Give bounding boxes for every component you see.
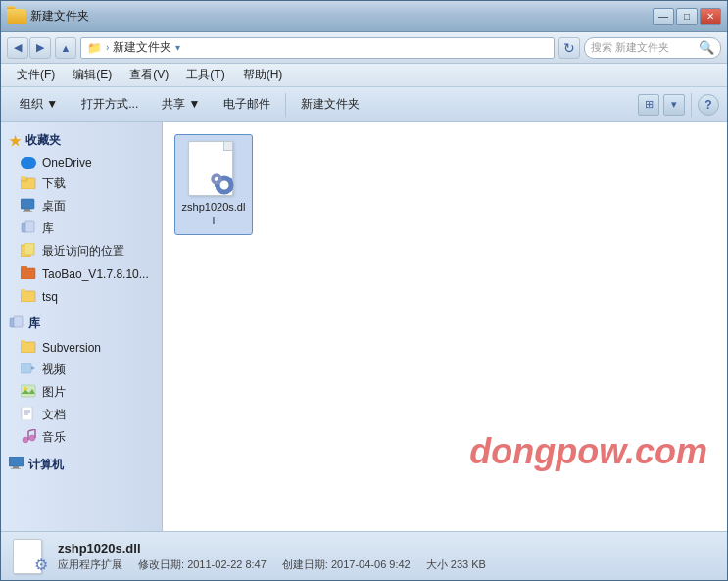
computer-icon (9, 457, 24, 473)
favorites-label: 收藏夹 (25, 132, 61, 149)
breadcrumb-arrow2: ▾ (175, 42, 180, 53)
sidebar-item-music[interactable]: 音乐 (1, 426, 162, 449)
menu-tools[interactable]: 工具(T) (178, 65, 232, 85)
maximize-button[interactable]: □ (676, 8, 698, 25)
library-icon (9, 315, 24, 332)
search-bar[interactable]: 搜索 新建文件夹 🔍 (584, 37, 721, 59)
view-toggle-button[interactable]: ⊞ (638, 94, 659, 116)
lib-label: 库 (42, 220, 54, 237)
search-placeholder: 搜索 新建文件夹 (591, 40, 695, 55)
file-area: zshp1020s.dll dongpow.com (163, 122, 727, 531)
svg-rect-15 (14, 316, 23, 327)
help-button[interactable]: ? (698, 94, 719, 116)
taobao-icon (21, 266, 36, 282)
sidebar-item-desktop[interactable]: 桌面 (1, 195, 162, 218)
status-size: 大小 233 KB (426, 557, 486, 572)
sidebar-item-tsq[interactable]: tsq (1, 285, 162, 308)
refresh-button[interactable]: ↻ (558, 37, 580, 59)
status-info: zshp1020s.dll 应用程序扩展 修改日期: 2011-02-22 8:… (58, 541, 715, 572)
breadcrumb-folder-icon: 📁 (87, 41, 102, 55)
back-button[interactable]: ◀ (7, 37, 28, 59)
file-grid: zshp1020s.dll (174, 134, 715, 235)
sidebar-item-video[interactable]: 视频 (1, 359, 162, 381)
menu-view[interactable]: 查看(V) (121, 65, 176, 85)
recent-icon (21, 243, 36, 260)
sidebar-item-taobao[interactable]: TaoBao_V1.7.8.10... (1, 263, 162, 285)
file-item-dll[interactable]: zshp1020s.dll (174, 134, 253, 235)
email-button[interactable]: 电子邮件 (213, 91, 281, 119)
forward-button[interactable]: ▶ (29, 37, 51, 59)
sidebar-item-recent[interactable]: 最近访问的位置 (1, 240, 162, 263)
desktop-icon (21, 198, 36, 215)
sidebar-item-download[interactable]: 下载 (1, 172, 162, 195)
status-filename: zshp1020s.dll (58, 541, 715, 556)
sidebar-favorites-header[interactable]: ★ 收藏夹 (1, 128, 162, 153)
sidebar-item-lib[interactable]: 库 (1, 218, 162, 240)
svg-rect-23 (22, 407, 32, 420)
status-details: 应用程序扩展 修改日期: 2011-02-22 8:47 创建日期: 2017-… (58, 557, 715, 572)
open-with-button[interactable]: 打开方式... (71, 91, 149, 119)
new-folder-button[interactable]: 新建文件夹 (290, 91, 370, 119)
picture-icon (21, 384, 36, 401)
breadcrumb[interactable]: 📁 › 新建文件夹 ▾ (80, 37, 555, 59)
recent-label: 最近访问的位置 (42, 243, 124, 260)
toolbar-right: ⊞ ▾ ? (638, 93, 719, 117)
sidebar-library-header[interactable]: 库 (1, 312, 162, 336)
menu-edit[interactable]: 编辑(E) (65, 65, 120, 85)
onedrive-icon (21, 157, 36, 169)
sidebar: ★ 收藏夹 OneDrive 下载 (1, 122, 163, 531)
menu-help[interactable]: 帮助(H) (235, 65, 291, 85)
music-label: 音乐 (42, 429, 66, 446)
svg-rect-12 (21, 291, 35, 302)
svg-rect-10 (21, 268, 35, 279)
status-type: 应用程序扩展 (58, 557, 122, 572)
address-bar: ◀ ▶ ▲ 📁 › 新建文件夹 ▾ ↻ 搜索 新建文件夹 🔍 (1, 32, 727, 64)
organize-button[interactable]: 组织 ▼ (9, 91, 69, 119)
svg-rect-34 (11, 468, 21, 469)
desktop-label: 桌面 (42, 198, 66, 215)
gear-icon-large (208, 170, 237, 198)
svg-marker-19 (31, 366, 35, 370)
svg-point-27 (23, 437, 28, 443)
breadcrumb-arrow: › (106, 42, 109, 53)
view-options-button[interactable]: ▾ (663, 94, 685, 116)
svg-rect-18 (21, 363, 31, 373)
star-icon: ★ (9, 133, 22, 149)
toolbar-separator2 (691, 93, 692, 117)
watermark: dongpow.com (469, 431, 707, 472)
document-label: 文档 (42, 407, 66, 423)
open-with-label: 打开方式... (81, 96, 138, 113)
status-file-icon: ⚙ (13, 539, 48, 574)
title-bar: 新建文件夹 — □ ✕ (1, 1, 727, 32)
download-folder-icon (21, 175, 36, 192)
window: 新建文件夹 — □ ✕ ◀ ▶ ▲ 📁 › 新建文件夹 ▾ ↻ 搜索 新建文件夹… (0, 0, 728, 581)
minimize-button[interactable]: — (653, 8, 674, 25)
sidebar-item-picture[interactable]: 图片 (1, 381, 162, 404)
svg-rect-2 (21, 176, 25, 179)
up-button[interactable]: ▲ (55, 37, 76, 59)
sidebar-item-subversion[interactable]: Subversion (1, 336, 162, 359)
share-button[interactable]: 共享 ▼ (151, 91, 211, 119)
onedrive-label: OneDrive (42, 156, 92, 169)
svg-rect-4 (24, 209, 30, 211)
picture-label: 图片 (42, 384, 66, 401)
svg-rect-37 (222, 176, 226, 179)
svg-rect-17 (21, 340, 25, 343)
search-icon[interactable]: 🔍 (699, 40, 714, 55)
library-label: 库 (28, 315, 40, 332)
subversion-label: Subversion (42, 341, 101, 355)
svg-rect-40 (229, 183, 232, 187)
svg-rect-5 (23, 211, 32, 212)
svg-line-31 (28, 429, 35, 431)
svg-point-46 (216, 178, 218, 181)
nav-buttons: ◀ ▶ (7, 37, 51, 59)
content-area: ★ 收藏夹 OneDrive 下载 (1, 122, 727, 531)
sidebar-item-onedrive[interactable]: OneDrive (1, 153, 162, 172)
svg-rect-32 (9, 457, 24, 466)
svg-rect-7 (25, 221, 34, 232)
sidebar-favorites-section: ★ 收藏夹 OneDrive 下载 (1, 128, 162, 308)
sidebar-item-document[interactable]: 文档 (1, 404, 162, 426)
menu-file[interactable]: 文件(F) (9, 65, 63, 85)
close-button[interactable]: ✕ (700, 8, 721, 25)
sidebar-computer-header[interactable]: 计算机 (1, 453, 162, 477)
